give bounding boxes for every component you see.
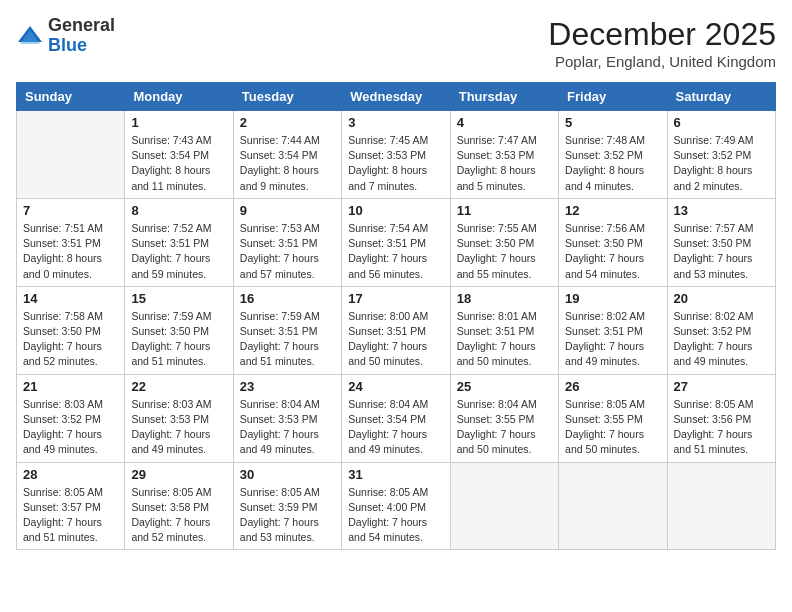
day-number: 24 (348, 379, 443, 394)
day-info: Sunrise: 7:43 AMSunset: 3:54 PMDaylight:… (131, 133, 226, 194)
day-header-tuesday: Tuesday (233, 83, 341, 111)
day-info: Sunrise: 7:49 AMSunset: 3:52 PMDaylight:… (674, 133, 769, 194)
day-info: Sunrise: 8:04 AMSunset: 3:53 PMDaylight:… (240, 397, 335, 458)
day-number: 17 (348, 291, 443, 306)
calendar-cell: 23Sunrise: 8:04 AMSunset: 3:53 PMDayligh… (233, 374, 341, 462)
day-number: 8 (131, 203, 226, 218)
day-info: Sunrise: 8:02 AMSunset: 3:51 PMDaylight:… (565, 309, 660, 370)
day-number: 13 (674, 203, 769, 218)
calendar-cell: 3Sunrise: 7:45 AMSunset: 3:53 PMDaylight… (342, 111, 450, 199)
day-number: 22 (131, 379, 226, 394)
day-number: 14 (23, 291, 118, 306)
day-info: Sunrise: 7:44 AMSunset: 3:54 PMDaylight:… (240, 133, 335, 194)
day-number: 10 (348, 203, 443, 218)
day-number: 26 (565, 379, 660, 394)
calendar-cell (559, 462, 667, 550)
day-header-sunday: Sunday (17, 83, 125, 111)
day-info: Sunrise: 8:04 AMSunset: 3:55 PMDaylight:… (457, 397, 552, 458)
day-number: 9 (240, 203, 335, 218)
calendar-cell: 30Sunrise: 8:05 AMSunset: 3:59 PMDayligh… (233, 462, 341, 550)
calendar-cell: 17Sunrise: 8:00 AMSunset: 3:51 PMDayligh… (342, 286, 450, 374)
day-number: 1 (131, 115, 226, 130)
calendar-cell: 7Sunrise: 7:51 AMSunset: 3:51 PMDaylight… (17, 198, 125, 286)
calendar-cell: 29Sunrise: 8:05 AMSunset: 3:58 PMDayligh… (125, 462, 233, 550)
day-info: Sunrise: 8:05 AMSunset: 3:58 PMDaylight:… (131, 485, 226, 546)
day-number: 25 (457, 379, 552, 394)
calendar-cell: 2Sunrise: 7:44 AMSunset: 3:54 PMDaylight… (233, 111, 341, 199)
day-info: Sunrise: 8:01 AMSunset: 3:51 PMDaylight:… (457, 309, 552, 370)
calendar-subtitle: Poplar, England, United Kingdom (548, 53, 776, 70)
calendar-cell: 8Sunrise: 7:52 AMSunset: 3:51 PMDaylight… (125, 198, 233, 286)
day-info: Sunrise: 7:53 AMSunset: 3:51 PMDaylight:… (240, 221, 335, 282)
day-info: Sunrise: 7:45 AMSunset: 3:53 PMDaylight:… (348, 133, 443, 194)
day-number: 30 (240, 467, 335, 482)
day-number: 5 (565, 115, 660, 130)
calendar-cell: 12Sunrise: 7:56 AMSunset: 3:50 PMDayligh… (559, 198, 667, 286)
calendar-cell: 25Sunrise: 8:04 AMSunset: 3:55 PMDayligh… (450, 374, 558, 462)
day-number: 4 (457, 115, 552, 130)
day-info: Sunrise: 7:47 AMSunset: 3:53 PMDaylight:… (457, 133, 552, 194)
day-header-friday: Friday (559, 83, 667, 111)
day-info: Sunrise: 8:03 AMSunset: 3:52 PMDaylight:… (23, 397, 118, 458)
day-number: 3 (348, 115, 443, 130)
title-block: December 2025 Poplar, England, United Ki… (548, 16, 776, 70)
day-number: 31 (348, 467, 443, 482)
calendar-title: December 2025 (548, 16, 776, 53)
calendar-cell (17, 111, 125, 199)
calendar-week-4: 21Sunrise: 8:03 AMSunset: 3:52 PMDayligh… (17, 374, 776, 462)
calendar-cell: 10Sunrise: 7:54 AMSunset: 3:51 PMDayligh… (342, 198, 450, 286)
day-info: Sunrise: 7:57 AMSunset: 3:50 PMDaylight:… (674, 221, 769, 282)
day-number: 15 (131, 291, 226, 306)
day-info: Sunrise: 7:48 AMSunset: 3:52 PMDaylight:… (565, 133, 660, 194)
calendar-cell: 1Sunrise: 7:43 AMSunset: 3:54 PMDaylight… (125, 111, 233, 199)
day-header-monday: Monday (125, 83, 233, 111)
calendar-cell: 16Sunrise: 7:59 AMSunset: 3:51 PMDayligh… (233, 286, 341, 374)
calendar-cell: 28Sunrise: 8:05 AMSunset: 3:57 PMDayligh… (17, 462, 125, 550)
calendar-week-3: 14Sunrise: 7:58 AMSunset: 3:50 PMDayligh… (17, 286, 776, 374)
day-number: 23 (240, 379, 335, 394)
calendar-week-1: 1Sunrise: 7:43 AMSunset: 3:54 PMDaylight… (17, 111, 776, 199)
day-info: Sunrise: 7:52 AMSunset: 3:51 PMDaylight:… (131, 221, 226, 282)
day-info: Sunrise: 7:54 AMSunset: 3:51 PMDaylight:… (348, 221, 443, 282)
day-info: Sunrise: 8:02 AMSunset: 3:52 PMDaylight:… (674, 309, 769, 370)
calendar-cell: 20Sunrise: 8:02 AMSunset: 3:52 PMDayligh… (667, 286, 775, 374)
day-number: 20 (674, 291, 769, 306)
day-number: 11 (457, 203, 552, 218)
day-info: Sunrise: 8:05 AMSunset: 4:00 PMDaylight:… (348, 485, 443, 546)
calendar-cell: 14Sunrise: 7:58 AMSunset: 3:50 PMDayligh… (17, 286, 125, 374)
calendar-cell: 9Sunrise: 7:53 AMSunset: 3:51 PMDaylight… (233, 198, 341, 286)
calendar-cell: 22Sunrise: 8:03 AMSunset: 3:53 PMDayligh… (125, 374, 233, 462)
day-info: Sunrise: 8:05 AMSunset: 3:56 PMDaylight:… (674, 397, 769, 458)
day-info: Sunrise: 8:05 AMSunset: 3:55 PMDaylight:… (565, 397, 660, 458)
day-info: Sunrise: 8:05 AMSunset: 3:59 PMDaylight:… (240, 485, 335, 546)
day-number: 2 (240, 115, 335, 130)
day-info: Sunrise: 7:56 AMSunset: 3:50 PMDaylight:… (565, 221, 660, 282)
calendar-cell: 6Sunrise: 7:49 AMSunset: 3:52 PMDaylight… (667, 111, 775, 199)
calendar-cell: 5Sunrise: 7:48 AMSunset: 3:52 PMDaylight… (559, 111, 667, 199)
calendar-cell: 21Sunrise: 8:03 AMSunset: 3:52 PMDayligh… (17, 374, 125, 462)
day-info: Sunrise: 8:05 AMSunset: 3:57 PMDaylight:… (23, 485, 118, 546)
logo-text: General Blue (48, 16, 115, 56)
calendar-cell (450, 462, 558, 550)
day-info: Sunrise: 8:00 AMSunset: 3:51 PMDaylight:… (348, 309, 443, 370)
calendar-cell: 15Sunrise: 7:59 AMSunset: 3:50 PMDayligh… (125, 286, 233, 374)
day-number: 29 (131, 467, 226, 482)
day-number: 7 (23, 203, 118, 218)
calendar-week-5: 28Sunrise: 8:05 AMSunset: 3:57 PMDayligh… (17, 462, 776, 550)
calendar-table: SundayMondayTuesdayWednesdayThursdayFrid… (16, 82, 776, 550)
calendar-cell: 4Sunrise: 7:47 AMSunset: 3:53 PMDaylight… (450, 111, 558, 199)
logo-icon (16, 22, 44, 50)
calendar-cell: 26Sunrise: 8:05 AMSunset: 3:55 PMDayligh… (559, 374, 667, 462)
day-header-saturday: Saturday (667, 83, 775, 111)
logo-general-text: General (48, 15, 115, 35)
day-number: 27 (674, 379, 769, 394)
day-number: 18 (457, 291, 552, 306)
calendar-cell (667, 462, 775, 550)
logo-blue-text: Blue (48, 35, 87, 55)
calendar-cell: 11Sunrise: 7:55 AMSunset: 3:50 PMDayligh… (450, 198, 558, 286)
calendar-header-row: SundayMondayTuesdayWednesdayThursdayFrid… (17, 83, 776, 111)
day-number: 19 (565, 291, 660, 306)
day-info: Sunrise: 8:03 AMSunset: 3:53 PMDaylight:… (131, 397, 226, 458)
day-number: 6 (674, 115, 769, 130)
calendar-cell: 19Sunrise: 8:02 AMSunset: 3:51 PMDayligh… (559, 286, 667, 374)
